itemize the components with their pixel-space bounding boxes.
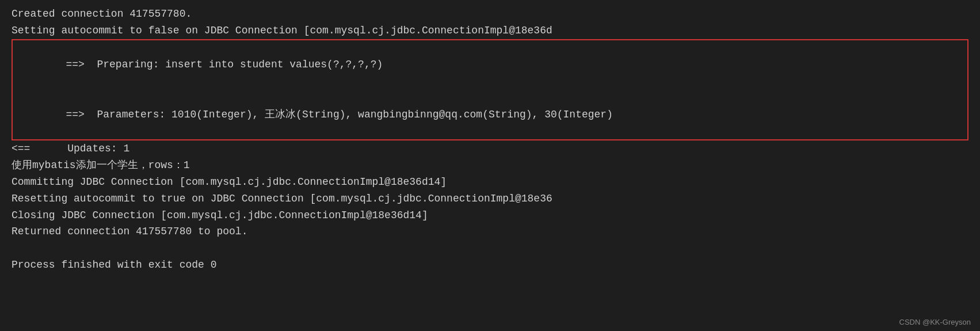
watermark: CSDN @KK-Greyson: [899, 318, 971, 326]
log-line-blank: [12, 240, 968, 257]
arrow-preparing: ==>: [66, 59, 97, 70]
log-line-5: <== Updates: 1: [12, 140, 968, 157]
highlighted-line-preparing: ==> Preparing: insert into student value…: [13, 40, 967, 90]
highlight-box: ==> Preparing: insert into student value…: [12, 39, 968, 141]
log-line-12: Process finished with exit code 0: [12, 257, 968, 273]
log-line-8: Resetting autocommit to true on JDBC Con…: [12, 191, 968, 207]
console-container: Created connection 417557780. Setting au…: [0, 0, 980, 331]
highlighted-line-parameters: ==> Parameters: 1010(Integer), 王冰冰(Strin…: [13, 90, 967, 139]
highlight-block: ==> Preparing: insert into student value…: [12, 39, 968, 141]
log-line-7: Committing JDBC Connection [com.mysql.cj…: [12, 174, 968, 191]
log-line-9: Closing JDBC Connection [com.mysql.cj.jd…: [12, 207, 968, 224]
log-line-6: 使用mybatis添加一个学生，rows：1: [12, 157, 968, 174]
log-line-10: Returned connection 417557780 to pool.: [12, 223, 968, 240]
log-line-2: Setting autocommit to false on JDBC Conn…: [12, 22, 968, 39]
log-line-1: Created connection 417557780.: [12, 6, 968, 22]
arrow-parameters: ==>: [66, 109, 97, 120]
